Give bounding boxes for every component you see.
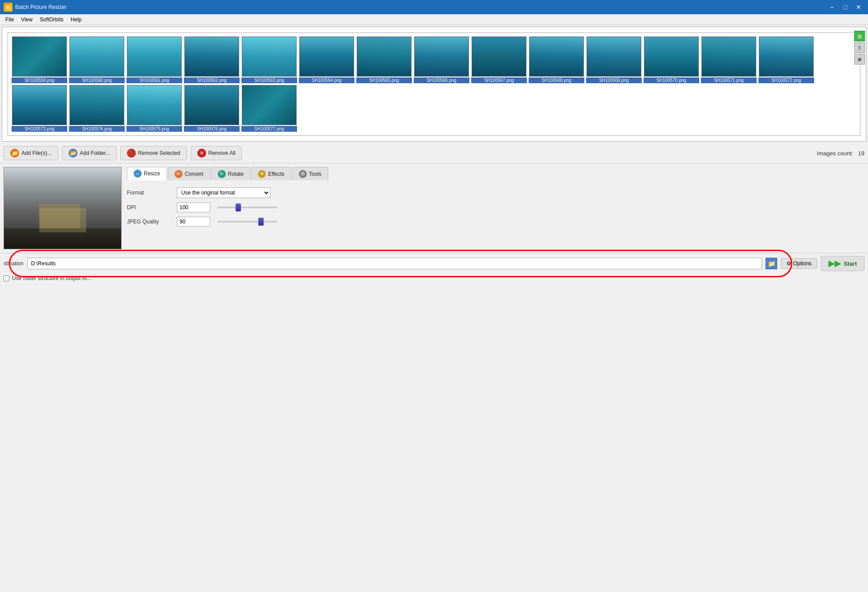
- resize-tab-icon: ↔: [134, 170, 142, 178]
- tab-tools[interactable]: ⚙ Tools: [292, 167, 328, 180]
- jpeg-quality-slider-thumb[interactable]: [258, 218, 264, 226]
- thumbnail-item[interactable]: SH100562.png: [184, 36, 240, 83]
- format-label: Format: [127, 190, 171, 196]
- menu-file[interactable]: File: [2, 16, 17, 24]
- menu-help[interactable]: Help: [67, 16, 86, 24]
- remove-selected-button[interactable]: 🚫 Remove Selected: [120, 146, 187, 160]
- gallery-right-panel: ▤ ⣿ ⊞: [854, 31, 865, 65]
- destination-input[interactable]: [27, 258, 762, 269]
- thumbnail-image: [184, 36, 239, 77]
- tabs: ↔ Resize ⟳ Convert ↻ Rotate ✦ Effects ⚙: [127, 167, 864, 180]
- add-folder-button[interactable]: 📂 Add Folder...: [62, 146, 117, 160]
- app-icon: B: [4, 3, 12, 12]
- thumbnail-item[interactable]: SH100567.png: [471, 36, 527, 83]
- dpi-slider-thumb[interactable]: [236, 203, 241, 211]
- thumbnail-label: SH100571.png: [701, 77, 757, 83]
- thumbnail-item[interactable]: SH100561.png: [126, 36, 182, 83]
- thumbnail-item[interactable]: SH100568.png: [529, 36, 584, 83]
- jpeg-quality-row: JPEG Quality: [127, 217, 864, 227]
- thumbnail-item[interactable]: SH100574.png: [69, 85, 125, 132]
- thumbnail-label: SH100559.png: [12, 77, 67, 83]
- thumbnail-item[interactable]: SH100577.png: [241, 85, 297, 132]
- thumbnail-image: [242, 36, 297, 77]
- window-controls: − □ ✕: [826, 3, 864, 12]
- thumbnail-item[interactable]: SH100572.png: [758, 36, 814, 83]
- gear-icon: ⚙: [786, 260, 791, 267]
- menu-bar: File View SoftOrbits Help: [0, 14, 868, 25]
- effects-tab-icon: ✦: [258, 170, 266, 178]
- images-count: Images count: 19: [817, 150, 864, 157]
- thumbnail-item[interactable]: SH100576.png: [184, 85, 240, 132]
- maximize-button[interactable]: □: [839, 3, 851, 12]
- folder-structure-label: Use folder structure in output fo...: [12, 275, 91, 281]
- thumbnail-item[interactable]: SH100575.png: [126, 85, 182, 132]
- thumbnail-image: [701, 36, 756, 77]
- thumbnail-item[interactable]: SH100566.png: [414, 36, 469, 83]
- thumbnail-item[interactable]: SH100563.png: [241, 36, 297, 83]
- dpi-slider-track: [217, 207, 277, 208]
- menu-view[interactable]: View: [17, 16, 36, 24]
- app-title: Batch Picture Resizer: [15, 4, 826, 10]
- tab-resize[interactable]: ↔ Resize: [127, 167, 167, 180]
- add-files-button[interactable]: 📁 Add File(s)...: [4, 146, 58, 160]
- thumbnail-label: SH100576.png: [184, 126, 240, 132]
- remove-all-icon: ✕: [197, 149, 206, 158]
- thumbnail-label: SH100570.png: [644, 77, 699, 83]
- gallery-icon-dots[interactable]: ⣿: [854, 42, 865, 53]
- thumbnail-item[interactable]: SH100565.png: [356, 36, 412, 83]
- thumbnail-item[interactable]: SH100569.png: [586, 36, 642, 83]
- gallery-icon-green[interactable]: ▤: [854, 31, 865, 41]
- thumbnail-item[interactable]: SH100559.png: [12, 36, 67, 83]
- thumbnail-label: SH100574.png: [69, 126, 125, 132]
- thumbnail-label: SH100562.png: [184, 77, 240, 83]
- dpi-label: DPI: [127, 204, 171, 211]
- thumbnail-label: SH100561.png: [126, 77, 182, 83]
- bottom-panel: ↔ Resize ⟳ Convert ↻ Rotate ✦ Effects ⚙: [0, 163, 868, 253]
- thumbnail-image: [242, 85, 297, 125]
- menu-softorbits[interactable]: SoftOrbits: [36, 16, 67, 24]
- thumbnail-image: [357, 36, 412, 77]
- gallery-icon-grid[interactable]: ⊞: [854, 54, 865, 65]
- thumbnail-item[interactable]: SH100570.png: [644, 36, 699, 83]
- dpi-row: DPI: [127, 203, 864, 212]
- thumbnail-image: [127, 85, 182, 125]
- thumbnail-label: SH100565.png: [356, 77, 412, 83]
- preview-image: [4, 167, 122, 249]
- convert-tab-icon: ⟳: [175, 170, 183, 178]
- tab-convert[interactable]: ⟳ Convert: [168, 167, 210, 180]
- thumbnail-item[interactable]: SH100573.png: [12, 85, 67, 132]
- thumbnail-item[interactable]: SH100564.png: [299, 36, 355, 83]
- tab-effects[interactable]: ✦ Effects: [251, 167, 291, 180]
- settings-form: Format Use the original format JPEG PNG …: [127, 186, 864, 233]
- thumbnail-label: SH100566.png: [414, 77, 469, 83]
- thumbnail-label: SH100568.png: [529, 77, 584, 83]
- remove-all-button[interactable]: ✕ Remove All: [191, 146, 242, 160]
- options-button[interactable]: ⚙ Options: [781, 258, 817, 269]
- close-button[interactable]: ✕: [853, 3, 864, 12]
- thumbnail-item[interactable]: SH100571.png: [701, 36, 757, 83]
- destination-browse-button[interactable]: 📁: [766, 258, 777, 269]
- format-select[interactable]: Use the original format JPEG PNG BMP TIF…: [177, 187, 270, 198]
- thumbnail-image: [529, 36, 584, 77]
- checkbox-row: Use folder structure in output fo...: [0, 274, 868, 284]
- thumbnail-image: [587, 36, 641, 77]
- title-bar: B Batch Picture Resizer − □ ✕: [0, 0, 868, 14]
- thumbnail-label: SH100567.png: [471, 77, 527, 83]
- thumbnail-label: SH100572.png: [758, 77, 814, 83]
- thumbnail-label: SH100569.png: [586, 77, 642, 83]
- start-button[interactable]: ▶▶ Start: [821, 256, 864, 271]
- thumbnail-label: SH100573.png: [12, 126, 67, 132]
- dpi-input[interactable]: [177, 203, 210, 212]
- minimize-button[interactable]: −: [826, 3, 838, 12]
- thumbnail-image: [472, 36, 526, 77]
- jpeg-quality-input[interactable]: [177, 217, 210, 227]
- tab-rotate[interactable]: ↻ Rotate: [211, 167, 250, 180]
- folder-structure-checkbox[interactable]: [4, 276, 9, 281]
- rotate-tab-icon: ↻: [218, 170, 226, 178]
- settings-panel: ↔ Resize ⟳ Convert ↻ Rotate ✦ Effects ⚙: [127, 167, 864, 249]
- thumbnail-item[interactable]: SH100560.png: [69, 36, 125, 83]
- thumbnail-label: SH100560.png: [69, 77, 125, 83]
- thumbnail-label: SH100575.png: [126, 126, 182, 132]
- thumbnail-image: [69, 85, 124, 125]
- jpeg-quality-label: JPEG Quality: [127, 219, 171, 225]
